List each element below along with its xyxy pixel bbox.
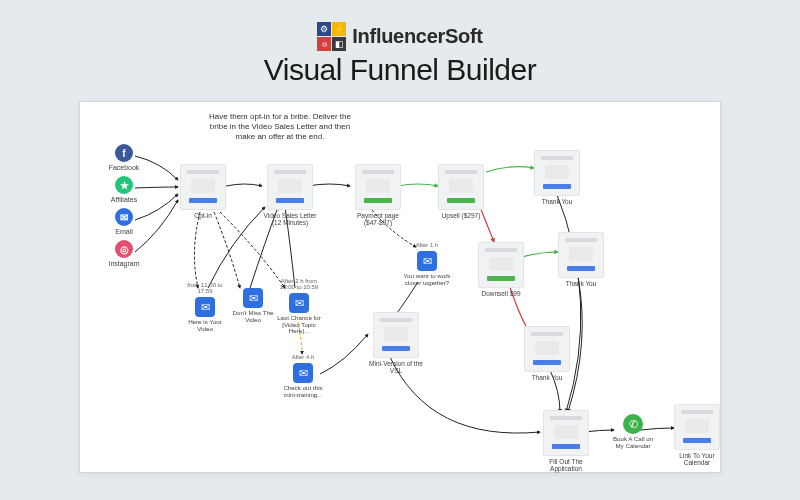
page-label: Thank You bbox=[532, 374, 563, 381]
email-label: Check out this mini-training... bbox=[278, 385, 328, 398]
email-checkout-mini[interactable]: After 4 h ✉ Check out this mini-training… bbox=[278, 354, 328, 398]
page-label: Fill Out The Application bbox=[538, 458, 594, 472]
page-optin[interactable]: Opt-in bbox=[180, 164, 226, 219]
email-label: You want to work closer together? bbox=[402, 273, 452, 286]
source-affiliates[interactable]: ★ Affiliates bbox=[102, 176, 146, 203]
page-label: Link To Your Calendar bbox=[674, 452, 720, 466]
brand-name: InfluencerSoft bbox=[352, 25, 482, 48]
email-label: Don't Miss The Video bbox=[228, 310, 278, 323]
page-label: Downsell $99 bbox=[481, 290, 520, 297]
page-fill-application[interactable]: Fill Out The Application bbox=[538, 410, 594, 472]
page-label: Upsell ($297) bbox=[442, 212, 481, 219]
email-last-chance[interactable]: After 2 h from 18:00 to 10:59 ✉ Last Cha… bbox=[274, 278, 324, 335]
page-vsl[interactable]: Video Sales Letter (12 Minutes) bbox=[262, 164, 318, 226]
page-thankyou-3[interactable]: Thank You bbox=[524, 326, 570, 381]
phone-icon: ✆ bbox=[623, 414, 643, 434]
source-label: Affiliates bbox=[111, 196, 137, 203]
call-label: Book A Call on My Calendar bbox=[608, 436, 658, 449]
page-downsell[interactable]: Downsell $99 bbox=[478, 242, 524, 297]
email-timing: After 1 h bbox=[416, 242, 439, 248]
email-here-is-video[interactable]: from 11:00 to 17:59 ✉ Here is Your Video bbox=[180, 282, 230, 332]
source-instagram[interactable]: ◎ Instagram bbox=[102, 240, 146, 267]
page-label: Opt-in bbox=[194, 212, 212, 219]
page-link-calendar[interactable]: Link To Your Calendar bbox=[674, 404, 720, 466]
page-minivsl[interactable]: Mini-Version of the VSL bbox=[368, 312, 424, 374]
page-label: Thank You bbox=[542, 198, 573, 205]
page-upsell[interactable]: Upsell ($297) bbox=[438, 164, 484, 219]
page-label: Mini-Version of the VSL bbox=[368, 360, 424, 374]
envelope-icon: ✉ bbox=[417, 251, 437, 271]
page-label: Thank You bbox=[566, 280, 597, 287]
email-label: Here is Your Video bbox=[180, 319, 230, 332]
email-icon: ✉ bbox=[115, 208, 133, 226]
envelope-icon: ✉ bbox=[289, 293, 309, 313]
email-work-closer[interactable]: After 1 h ✉ You want to work closer toge… bbox=[402, 242, 452, 286]
page-label: Video Sales Letter (12 Minutes) bbox=[262, 212, 318, 226]
envelope-icon: ✉ bbox=[195, 297, 215, 317]
source-email[interactable]: ✉ Email bbox=[102, 208, 146, 235]
source-label: Facebook bbox=[109, 164, 140, 171]
email-timing: from 11:00 to 17:59 bbox=[180, 282, 230, 294]
email-label: Last Chance for [Video Topic Here]... bbox=[274, 315, 324, 335]
affiliates-icon: ★ bbox=[115, 176, 133, 194]
canvas-wrap: Have them opt-in for a bribe. Deliver th… bbox=[0, 101, 800, 473]
source-label: Email bbox=[115, 228, 133, 235]
call-book[interactable]: ✆ Book A Call on My Calendar bbox=[608, 414, 658, 449]
email-timing: After 2 h from 18:00 to 10:59 bbox=[274, 278, 324, 290]
source-label: Instagram bbox=[108, 260, 139, 267]
envelope-icon: ✉ bbox=[293, 363, 313, 383]
funnel-canvas[interactable]: Have them opt-in for a bribe. Deliver th… bbox=[79, 101, 721, 473]
envelope-icon: ✉ bbox=[243, 288, 263, 308]
page-payment[interactable]: Payment page ($47-$97) bbox=[350, 164, 406, 226]
brand-icon: ⚙⚡ ⌾◧ bbox=[317, 22, 346, 51]
source-facebook[interactable]: f Facebook bbox=[102, 144, 146, 171]
email-dont-miss[interactable]: ✉ Don't Miss The Video bbox=[228, 288, 278, 323]
instagram-icon: ◎ bbox=[115, 240, 133, 258]
page-thankyou-2[interactable]: Thank You bbox=[558, 232, 604, 287]
page-label: Payment page ($47-$97) bbox=[350, 212, 406, 226]
page-title: Visual Funnel Builder bbox=[0, 53, 800, 87]
facebook-icon: f bbox=[115, 144, 133, 162]
brand-logo: ⚙⚡ ⌾◧ InfluencerSoft bbox=[317, 22, 482, 51]
page-thankyou-1[interactable]: Thank You bbox=[534, 150, 580, 205]
canvas-description: Have them opt-in for a bribe. Deliver th… bbox=[200, 112, 360, 142]
header: ⚙⚡ ⌾◧ InfluencerSoft Visual Funnel Build… bbox=[0, 0, 800, 87]
email-timing: After 4 h bbox=[292, 354, 315, 360]
